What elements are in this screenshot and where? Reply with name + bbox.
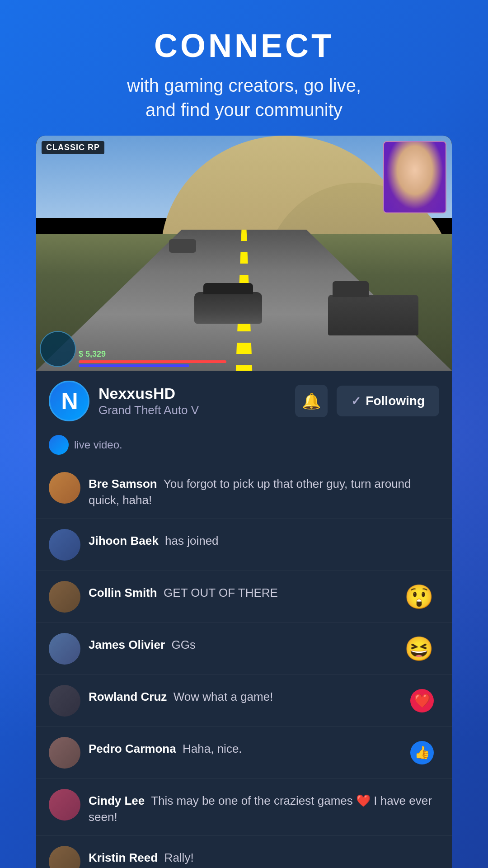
hud-money: $ 5,329 [79, 349, 448, 359]
bell-icon: 🔔 [302, 392, 321, 410]
comment-text: Collin Smith GET OUT OF THERE [89, 581, 439, 601]
streamer-avatar: N [49, 381, 89, 421]
comment-text: Jihoon Baek has joined [89, 529, 439, 549]
avatar [49, 472, 80, 504]
avatar [49, 529, 80, 561]
bell-notification-button[interactable]: 🔔 [295, 385, 328, 417]
list-item: Pedro Carmona Haha, nice. 👍 [36, 727, 452, 779]
streamer-camera-pip [383, 141, 446, 213]
live-notice-avatar [49, 435, 69, 455]
list-item: Jihoon Baek has joined [36, 519, 452, 571]
reaction-emoji: 😲 [404, 585, 434, 609]
following-label: Following [366, 394, 425, 408]
list-item: Cindy Lee This may be one of the crazies… [36, 779, 452, 836]
comment-username: Kristin Reed [89, 851, 158, 864]
comment-text: Cindy Lee This may be one of the crazies… [89, 789, 439, 826]
following-button[interactable]: ✓ Following [337, 386, 439, 416]
list-item: James Olivier GGs 😆 [36, 623, 452, 675]
list-item: Collin Smith GET OUT OF THERE 😲 [36, 571, 452, 623]
avatar [49, 789, 80, 821]
like-reaction: 👍 [410, 741, 434, 764]
comment-text: James Olivier GGs [89, 633, 439, 653]
comment-text: Pedro Carmona Haha, nice. [89, 737, 439, 757]
list-item: Kristin Reed Rally! [36, 836, 452, 868]
comment-text: Kristin Reed Rally! [89, 846, 439, 866]
comment-username: Collin Smith [89, 586, 157, 599]
comment-text: Bre Samson You forgot to pick up that ot… [89, 472, 439, 509]
avatar [49, 633, 80, 665]
hud-overlay: $ 5,329 [40, 331, 448, 367]
comments-section: Bre Samson You forgot to pick up that ot… [36, 462, 452, 868]
live-notice-row: live video. [36, 431, 452, 462]
comment-username: Rowland Cruz [89, 690, 167, 703]
hud-health-bar [79, 360, 226, 363]
streamer-info-row: N NexxusHD Grand Theft Auto V 🔔 ✓ Follow… [36, 371, 452, 431]
comment-username: Bre Samson [89, 477, 157, 491]
avatar [49, 846, 80, 868]
header-section: CONNECT with gaming creators, go live,an… [0, 0, 488, 136]
list-item: Bre Samson You forgot to pick up that ot… [36, 462, 452, 519]
comment-username: Pedro Carmona [89, 742, 176, 755]
comment-username: Cindy Lee [89, 794, 145, 807]
streamer-game: Grand Theft Auto V [99, 403, 286, 417]
comment-username: Jihoon Baek [89, 534, 159, 547]
list-item: Rowland Cruz Wow what a game! ❤️ [36, 675, 452, 727]
live-notice-text: live video. [74, 439, 122, 451]
game-tag-badge: CLASSIC RP [42, 141, 104, 154]
avatar [49, 737, 80, 769]
avatar [49, 581, 80, 613]
minimap [40, 331, 76, 367]
comment-text: Rowland Cruz Wow what a game! [89, 685, 439, 705]
hud-armor-bar [79, 364, 189, 367]
page-title: CONNECT [18, 27, 470, 64]
avatar [49, 685, 80, 717]
check-icon: ✓ [351, 394, 361, 408]
streamer-name-block: NexxusHD Grand Theft Auto V [99, 385, 286, 417]
streamer-name: NexxusHD [99, 385, 286, 402]
content-card: CLASSIC RP $ 5,329 N NexxusHD Grand Thef… [36, 136, 452, 868]
reaction-emoji: 😆 [404, 637, 434, 660]
video-player[interactable]: CLASSIC RP $ 5,329 [36, 136, 452, 371]
page-subtitle: with gaming creators, go live,and find y… [18, 73, 470, 122]
comment-username: James Olivier [89, 638, 165, 651]
heart-reaction: ❤️ [410, 689, 434, 712]
